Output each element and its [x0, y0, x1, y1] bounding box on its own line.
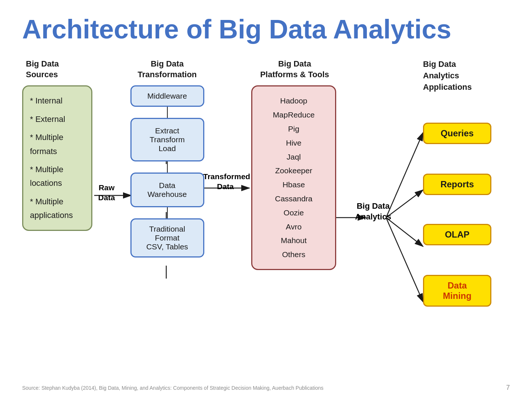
sources-box: * Internal * External * Multipleformats … — [22, 85, 92, 231]
reports-container: Reports — [423, 174, 504, 195]
olap-box: OLAP — [423, 224, 491, 245]
page: Architecture of Big Data Analytics — [0, 0, 532, 399]
footer-source: Source: Stephan Kudyba (2014), Big Data,… — [22, 385, 324, 391]
queries-box: Queries — [423, 123, 491, 144]
platform-cassandra: Cassandra — [259, 192, 328, 206]
platform-hadoop: Hadoop — [259, 94, 328, 108]
etl-box: ExtractTransformLoad — [130, 118, 204, 161]
platforms-column: Big DataPlatforms & Tools Hadoop MapRedu… — [251, 59, 338, 270]
platform-oozie: Oozie — [259, 206, 328, 220]
reports-box: Reports — [423, 174, 491, 195]
source-internal: * Internal — [30, 94, 85, 108]
raw-data-label: RawData — [95, 183, 119, 203]
big-data-analytics-label: Big DataAnalytics — [344, 201, 403, 222]
platform-avro: Avro — [259, 220, 328, 234]
source-external: * External — [30, 112, 85, 126]
applications-header: Big DataAnalyticsApplications — [423, 59, 504, 93]
source-apps: * Multipleapplications — [30, 195, 85, 222]
queries-container: Queries — [423, 123, 504, 144]
diagram-area: Big Data Sources * Internal * External *… — [22, 59, 510, 347]
platform-jaql: Jaql — [259, 150, 328, 164]
page-title: Architecture of Big Data Analytics — [22, 15, 510, 44]
page-number: 7 — [506, 384, 510, 392]
vline1 — [167, 107, 168, 118]
source-formats: * Multipleformats — [30, 130, 85, 158]
data-mining-container: DataMining — [423, 275, 504, 307]
transformation-column: Big DataTransformation Middleware Extrac… — [127, 59, 207, 258]
transformation-header: Big DataTransformation — [127, 59, 207, 80]
platforms-box: Hadoop MapReduce Pig Hive Jaql Zookeeper… — [251, 85, 336, 270]
applications-column: Big DataAnalyticsApplications Queries Re… — [423, 59, 504, 306]
data-warehouse-box: DataWarehouse — [130, 173, 204, 207]
platform-hbase: Hbase — [259, 178, 328, 192]
traditional-format-box: TraditionalFormatCSV, Tables — [130, 218, 204, 258]
middleware-box: Middleware — [130, 85, 204, 107]
platform-hive: Hive — [259, 136, 328, 150]
vline2 — [167, 161, 168, 173]
platform-mahout: Mahout — [259, 233, 328, 248]
platform-others: Others — [259, 248, 328, 262]
svg-line-10 — [386, 218, 423, 302]
platform-mapreduce: MapReduce — [259, 108, 328, 122]
data-mining-box: DataMining — [423, 275, 491, 307]
footer: Source: Stephan Kudyba (2014), Big Data,… — [22, 384, 510, 392]
olap-container: OLAP — [423, 224, 504, 245]
platforms-header: Big DataPlatforms & Tools — [251, 59, 338, 80]
sources-column: Big Data Sources * Internal * External *… — [22, 59, 94, 231]
vline3 — [167, 207, 168, 218]
source-locations: * Multiplelocations — [30, 163, 85, 190]
platform-pig: Pig — [259, 122, 328, 136]
transformation-boxes: Middleware ExtractTransformLoad DataWare… — [127, 85, 207, 258]
platform-zookeeper: Zookeeper — [259, 164, 328, 178]
transformed-data-label: TransformedData — [203, 171, 248, 192]
sources-header: Big Data Sources — [22, 59, 94, 80]
